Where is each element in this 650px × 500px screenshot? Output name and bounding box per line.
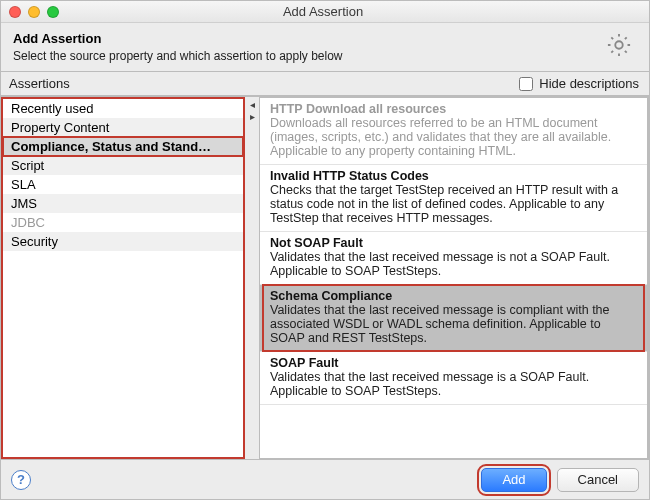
svg-point-0 [615, 41, 622, 48]
page-title: Add Assertion [13, 31, 343, 46]
hide-descriptions-toggle[interactable]: Hide descriptions [519, 76, 639, 91]
category-item[interactable]: Compliance, Status and Stand… [3, 137, 243, 156]
hide-descriptions-label: Hide descriptions [539, 76, 639, 91]
zoom-window-icon[interactable] [47, 6, 59, 18]
assertion-name: Invalid HTTP Status Codes [270, 169, 637, 183]
header: Add Assertion Select the source property… [1, 23, 649, 72]
window-title: Add Assertion [59, 4, 587, 19]
cancel-button[interactable]: Cancel [557, 468, 639, 492]
minimize-window-icon[interactable] [28, 6, 40, 18]
category-item: JDBC [3, 213, 243, 232]
assertion-description: Validates that the last received message… [270, 250, 610, 278]
help-icon[interactable]: ? [11, 470, 31, 490]
close-window-icon[interactable] [9, 6, 21, 18]
assertion-description: Validates that the last received message… [270, 370, 589, 398]
assertions-section-label: Assertions [3, 76, 70, 91]
assertion-description: Validates that the last received message… [270, 303, 610, 345]
category-item[interactable]: SLA [3, 175, 243, 194]
assertion-item[interactable]: Schema ComplianceValidates that the last… [260, 285, 647, 352]
assertion-name: Not SOAP Fault [270, 236, 637, 250]
assertion-item[interactable]: SOAP FaultValidates that the last receiv… [260, 352, 647, 405]
category-item[interactable]: Security [3, 232, 243, 251]
assertions-toolbar: Assertions Hide descriptions [1, 72, 649, 96]
category-item[interactable]: JMS [3, 194, 243, 213]
assertion-name: Schema Compliance [270, 289, 637, 303]
assertion-item: HTTP Download all resourcesDownloads all… [260, 98, 647, 165]
category-item[interactable]: Recently used [3, 99, 243, 118]
splitter-handle[interactable]: ◂ ▸ [245, 97, 259, 459]
assertion-name: HTTP Download all resources [270, 102, 637, 116]
assertion-description: Checks that the target TestStep received… [270, 183, 618, 225]
chevron-left-icon: ◂ [250, 99, 255, 110]
gear-icon[interactable] [605, 31, 633, 63]
footer: ? Add Cancel [1, 459, 649, 499]
assertion-item[interactable]: Invalid HTTP Status CodesChecks that the… [260, 165, 647, 232]
titlebar: Add Assertion [1, 1, 649, 23]
assertion-description: Downloads all resources referred to be a… [270, 116, 611, 158]
page-subtitle: Select the source property and which ass… [13, 49, 343, 63]
window-controls [9, 6, 59, 18]
category-item[interactable]: Property Content [3, 118, 243, 137]
add-button[interactable]: Add [481, 468, 546, 492]
assertion-item[interactable]: Not SOAP FaultValidates that the last re… [260, 232, 647, 285]
assertion-name: SOAP Fault [270, 356, 637, 370]
category-pane: Recently usedProperty ContentCompliance,… [1, 97, 245, 459]
detail-pane: HTTP Download all resourcesDownloads all… [259, 97, 649, 459]
hide-descriptions-checkbox[interactable] [519, 77, 533, 91]
category-item[interactable]: Script [3, 156, 243, 175]
chevron-right-icon: ▸ [250, 111, 255, 122]
